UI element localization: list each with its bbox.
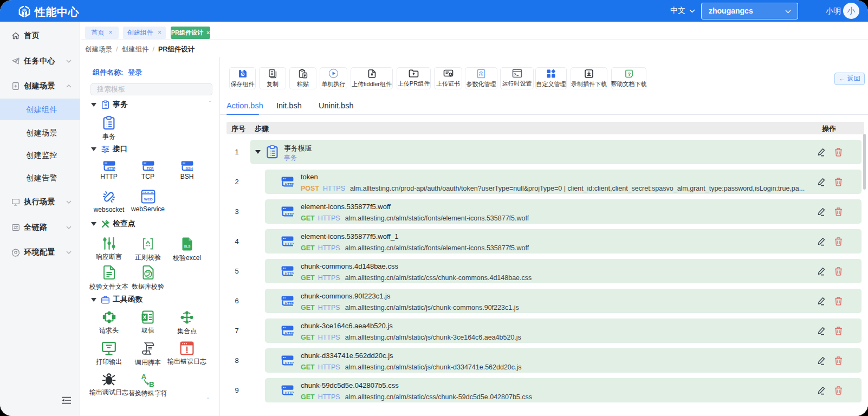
svg-text:HTTP: HTTP — [285, 361, 294, 365]
svg-text:HTTP: HTTP — [106, 166, 115, 170]
svg-text:TCP: TCP — [146, 166, 153, 170]
svg-text:HTTP: HTTP — [285, 391, 294, 394]
svg-text:B: B — [149, 380, 154, 388]
svg-text:HTTP: HTTP — [285, 212, 294, 216]
svg-text:web: web — [144, 197, 153, 202]
svg-text:A: A — [141, 373, 147, 381]
svg-text:HTTP: HTTP — [285, 331, 294, 335]
svg-text:HTTP: HTTP — [285, 182, 294, 186]
svg-text:HTTP: HTTP — [285, 242, 294, 245]
svg-text:HTTP: HTTP — [285, 301, 294, 305]
svg-text:HTTP: HTTP — [285, 271, 294, 275]
svg-text:BSH: BSH — [185, 166, 193, 170]
svg-text:?: ? — [627, 70, 631, 76]
svg-text:XLS: XLS — [184, 244, 190, 248]
svg-text:SQL: SQL — [146, 270, 152, 274]
